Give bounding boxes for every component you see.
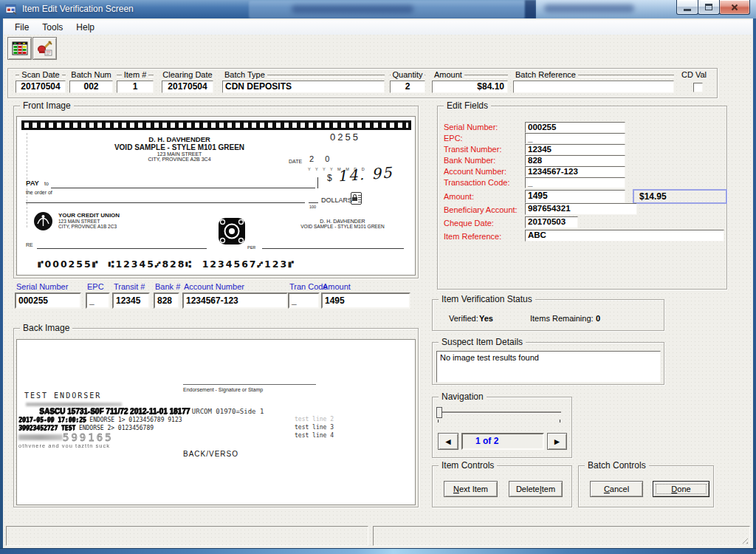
stamp-tool-icon bbox=[36, 40, 54, 58]
re-label: RE bbox=[26, 242, 33, 247]
endorse2-text: ENDORSE 2> 0123456789 bbox=[79, 425, 154, 431]
bank-city: CITY, PROVINCE A1B 2C3 bbox=[58, 224, 120, 229]
endorser-smudge bbox=[26, 403, 122, 406]
scan-date-label: Scan Date bbox=[16, 70, 66, 80]
payer-style: VOID SAMPLE - STYLE M101 GREEN bbox=[87, 143, 272, 151]
epc-field[interactable]: _ bbox=[86, 293, 110, 309]
menu-file[interactable]: File bbox=[8, 21, 35, 34]
cheque-number: 0255 bbox=[330, 131, 360, 143]
ef-transit-label: Transit Number: bbox=[444, 145, 501, 154]
ef-epc-field[interactable]: _ bbox=[525, 133, 625, 144]
stamp-garble3: 39923452727 TEST bbox=[18, 425, 75, 431]
handwritten-amount: 14. 95 bbox=[337, 163, 394, 185]
quantity-value: 2 bbox=[390, 81, 425, 93]
batch-list-button[interactable] bbox=[7, 37, 32, 60]
per-label: PER bbox=[247, 245, 255, 250]
ef-cheque-date-field[interactable]: 20170503 bbox=[525, 216, 578, 228]
next-item-button[interactable]: Next Item bbox=[444, 481, 498, 497]
amount-bracket bbox=[317, 177, 318, 188]
suspect-details-title: Suspect Item Details bbox=[439, 338, 526, 347]
fraction-line bbox=[309, 202, 318, 203]
title-bar: Item Edit Verification Screen bbox=[0, 0, 756, 18]
done-button[interactable]: Done bbox=[653, 481, 709, 497]
cheque-stamp-graphic bbox=[218, 217, 246, 245]
clearing-date-value: 20170504 bbox=[162, 81, 213, 93]
endorse1-text: ENDORSE 1> 0123456789 9123 bbox=[89, 417, 182, 423]
endorsement-line bbox=[183, 384, 316, 385]
menu-tools[interactable]: Tools bbox=[35, 21, 69, 34]
batch-reference-value bbox=[513, 81, 674, 93]
cheque-front-image: 0255 D. H. DAVHENDER VOID SAMPLE - STYLE… bbox=[16, 116, 416, 276]
clearing-date-label: Clearing Date bbox=[160, 70, 215, 80]
transit-field[interactable]: 12345 bbox=[112, 293, 150, 309]
next-item-arrow-button[interactable]: ► bbox=[547, 433, 567, 450]
verification-status-title: Item Verification Status bbox=[439, 295, 535, 304]
front-image-title: Front Image bbox=[20, 101, 74, 111]
bank-block: YOUR CREDIT UNION 123 MAIN STREET CITY, … bbox=[58, 212, 120, 229]
back-image-title: Back Image bbox=[20, 324, 72, 333]
cd-val-label: CD Val bbox=[677, 70, 711, 80]
navigation-slider-track[interactable] bbox=[439, 411, 561, 413]
delete-item-button[interactable]: Delete Item bbox=[509, 481, 563, 497]
previous-item-button[interactable]: ◄ bbox=[438, 433, 458, 450]
serial-number-field[interactable]: 000255 bbox=[15, 293, 81, 309]
verified-value: Yes bbox=[479, 314, 493, 323]
cheque-perforation-strip bbox=[21, 120, 411, 130]
cancel-button[interactable]: Cancel bbox=[590, 481, 643, 497]
verification-status-group: Item Verification Status Verified: Yes I… bbox=[432, 299, 664, 331]
resize-grip[interactable] bbox=[740, 536, 748, 544]
tran-code-label: Tran Code bbox=[289, 282, 328, 291]
header-group: Scan Date 20170504 Batch Num 002 Item # … bbox=[7, 68, 718, 98]
ef-beneficiary-label: Beneficiary Account: bbox=[444, 205, 518, 214]
minimize-icon bbox=[684, 9, 691, 11]
minimize-button[interactable] bbox=[676, 0, 698, 15]
items-remaining-value: 0 bbox=[596, 314, 600, 323]
background-window-edge bbox=[525, 0, 536, 18]
ef-amount-field[interactable]: 1495 bbox=[525, 190, 625, 203]
batch-num-value: 002 bbox=[69, 81, 113, 93]
menu-help[interactable]: Help bbox=[69, 21, 101, 34]
bank-field[interactable]: 828 bbox=[154, 293, 179, 309]
bank-name: YOUR CREDIT UNION bbox=[58, 212, 120, 219]
close-icon bbox=[730, 3, 739, 12]
stamp-line-heavy: SASCU 15731-S0F 711/72 2012-11-01 18177 … bbox=[39, 407, 264, 415]
back-image-group: Back Image TEST ENDORSER Endorsement - S… bbox=[13, 328, 419, 507]
slider-tick-start bbox=[438, 420, 439, 423]
status-bar-right-panel bbox=[373, 526, 750, 546]
test-line2: test line 2 bbox=[295, 416, 334, 423]
edit-fields-title: Edit Fields bbox=[444, 101, 491, 111]
next-arrow-icon: ► bbox=[553, 437, 562, 447]
amount-words-line bbox=[26, 202, 305, 203]
stamp-tool-button[interactable] bbox=[32, 37, 57, 60]
ef-serial-field[interactable]: 000255 bbox=[525, 122, 625, 133]
ef-item-reference-field[interactable]: ABC bbox=[525, 230, 724, 242]
menu-bar: File Tools Help bbox=[4, 20, 752, 35]
ef-beneficiary-field[interactable]: 987654321 bbox=[525, 203, 637, 215]
re-line bbox=[37, 248, 207, 249]
formatted-amount-display: $14.95 bbox=[633, 189, 727, 204]
navigation-title: Navigation bbox=[439, 392, 487, 402]
item-num-label: Item # bbox=[117, 70, 154, 80]
account-number-field[interactable]: 1234567-123 bbox=[182, 293, 288, 309]
ef-tran-code-label: Transaction Code: bbox=[444, 178, 509, 187]
item-num-value: 1 bbox=[117, 81, 154, 93]
close-button[interactable] bbox=[719, 0, 750, 15]
to-label: to bbox=[44, 181, 49, 186]
ef-bank-field[interactable]: 828 bbox=[525, 155, 625, 166]
ef-tran-code-field[interactable]: _ bbox=[525, 177, 625, 188]
cd-val-checkbox[interactable] bbox=[693, 83, 703, 92]
batch-grid-icon bbox=[11, 40, 29, 58]
maximize-button[interactable] bbox=[698, 0, 720, 15]
ef-account-field[interactable]: 1234567-123 bbox=[525, 166, 625, 177]
currency-symbol: $ bbox=[327, 173, 332, 183]
navigation-slider-thumb[interactable] bbox=[436, 407, 442, 418]
ef-serial-label: Serial Number: bbox=[444, 123, 498, 131]
micr-amount-label: Amount bbox=[323, 282, 351, 291]
tran-code-field[interactable]: _ bbox=[288, 293, 320, 309]
endorser-text: TEST ENDORSER bbox=[24, 391, 101, 400]
batch-type-label: Batch Type bbox=[222, 70, 385, 80]
ef-transit-field[interactable]: 12345 bbox=[525, 144, 625, 155]
status-bar-left-panel bbox=[6, 526, 368, 546]
micr-amount-field[interactable]: 1495 bbox=[321, 293, 410, 309]
ef-cheque-date-label: Cheque Date: bbox=[444, 219, 494, 228]
